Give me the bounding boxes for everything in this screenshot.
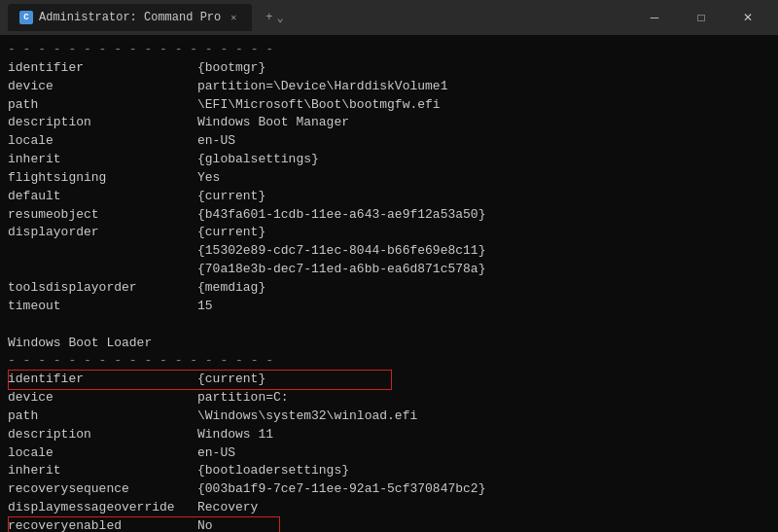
terminal-line: inherit{globalsettings} <box>8 151 770 169</box>
terminal-line: flightsigningYes <box>8 169 770 188</box>
terminal-line: recoverysequence{003ba1f9-7ce7-11ee-92a1… <box>8 480 770 499</box>
maximize-button[interactable]: □ <box>679 2 724 33</box>
terminal-line: descriptionWindows 11 <box>8 426 770 444</box>
section-header: Windows Boot Loader <box>8 335 770 353</box>
close-button[interactable]: ✕ <box>725 2 770 33</box>
window-controls: ─ □ ✕ <box>632 2 770 33</box>
terminal-line: {15302e89-cdc7-11ec-8044-b66fe69e8c11} <box>8 242 770 261</box>
tab-close-button[interactable]: ✕ <box>227 11 240 24</box>
terminal-line: inherit{bootloadersettings} <box>8 462 770 480</box>
divider-line: - - - - - - - - - - - - - - - - - - <box>8 41 770 59</box>
blank-line <box>8 316 770 335</box>
terminal-window: - - - - - - - - - - - - - - - - - -ident… <box>0 35 778 532</box>
terminal-line: displayorder{current} <box>8 224 770 242</box>
new-tab-button[interactable]: + ⌄ <box>258 7 291 29</box>
terminal-line: localeen-US <box>8 132 770 151</box>
tab-label: Administrator: Command Pro <box>39 11 221 24</box>
titlebar: C Administrator: Command Pro ✕ + ⌄ ─ □ ✕ <box>0 0 778 35</box>
terminal-line: identifier{current} <box>8 371 770 389</box>
tab-icon: C <box>19 11 33 24</box>
divider-line-2: - - - - - - - - - - - - - - - - - - <box>8 352 770 371</box>
terminal-line: identifier{bootmgr} <box>8 59 770 78</box>
terminal-line: localeen-US <box>8 444 770 463</box>
terminal-line: timeout15 <box>8 298 770 316</box>
terminal-line: devicepartition=\Device\HarddiskVolume1 <box>8 78 770 96</box>
terminal-line: toolsdisplayorder{memdiag} <box>8 279 770 298</box>
terminal-line: {70a18e3b-dec7-11ed-a6bb-ea6d871c578a} <box>8 261 770 279</box>
active-tab[interactable]: C Administrator: Command Pro ✕ <box>8 4 252 31</box>
terminal-line: recoveryenabledNo <box>8 517 770 532</box>
minimize-button[interactable]: ─ <box>632 2 677 33</box>
terminal-line: default{current} <box>8 188 770 206</box>
terminal-line: displaymessageoverrideRecovery <box>8 499 770 517</box>
terminal-line: descriptionWindows Boot Manager <box>8 114 770 132</box>
terminal-line: path\Windows\system32\winload.efi <box>8 408 770 426</box>
terminal-line: devicepartition=C: <box>8 389 770 408</box>
terminal-line: resumeobject{b43fa601-1cdb-11ee-a643-ae9… <box>8 206 770 225</box>
terminal-line: path\EFI\Microsoft\Boot\bootmgfw.efi <box>8 96 770 115</box>
titlebar-left: C Administrator: Command Pro ✕ + ⌄ <box>8 4 624 31</box>
